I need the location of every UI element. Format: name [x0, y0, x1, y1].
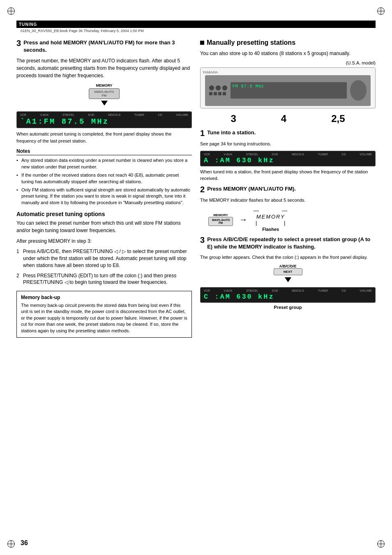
marker-4: 4: [281, 113, 286, 124]
step1-body: See page 34 for tuning instructions.: [200, 140, 376, 147]
main-content: 3 Press and hold MEMORY (MAN'L/AUTO FM) …: [16, 39, 376, 534]
mem-btn-container: MEMORY MAN'L/AUTO FM: [208, 213, 233, 226]
flash-arrow: →: [239, 215, 247, 224]
s3-tuner: TUNER: [318, 289, 328, 292]
s1-vol: VOLUME: [360, 153, 372, 156]
auto-preset-sub-body: After pressing MEMORY in step 3:: [16, 237, 192, 245]
btn4: [223, 92, 226, 95]
button-row: [209, 92, 227, 95]
header-label: TUNING: [19, 22, 37, 27]
preset-group-label: Preset group: [200, 305, 376, 310]
receiver-display-area: FM 87.5 MHz: [231, 82, 347, 99]
btn1: [209, 92, 212, 95]
step3-right-number: 3: [200, 236, 205, 251]
memory-backup-box: Memory back-up The memory back-up circui…: [16, 291, 192, 338]
memory-flashes-diagram: MEMORY MAN'L/AUTO FM → — — MEMORY | | Fl…: [208, 207, 367, 232]
manual-preset-header: Manually presetting stations: [200, 39, 376, 46]
manual-preset-intro: You can also store up to 40 stations (8 …: [200, 50, 376, 57]
number-markers: 3 4 2,5: [200, 112, 376, 126]
knob1: [209, 85, 214, 90]
s1-tuner: TUNER: [318, 153, 328, 156]
memory-word: MEMORY: [254, 214, 288, 220]
right-column: Manually presetting stations You can als…: [200, 39, 376, 338]
step2-body: The MEMORY indicator flashes for about 5…: [200, 197, 376, 204]
notes-title: Notes: [16, 148, 192, 155]
receiver-image: YAMAHA: [200, 67, 376, 108]
memory-backup-text: The memory back-up circuit prevents the …: [21, 302, 187, 334]
note-1: Any stored station data existing under a…: [16, 157, 192, 170]
panel-label-vcr: VCR: [20, 113, 26, 116]
mem-btn-sublabel: MAN'L/AUTO FM: [212, 219, 229, 224]
s1-vaux: V-AUX: [224, 153, 232, 156]
abcde-label: A/B/C/D/E: [279, 264, 296, 268]
step1-title: Tune into a station.: [207, 129, 256, 137]
step3-body: The preset number, the MEMORY and AUTO i…: [16, 57, 192, 79]
step3-number: 3: [16, 39, 21, 54]
step3-right-title: Press A/B/C/D/E repeatedly to select a p…: [207, 236, 376, 251]
receiver-center-display: FM 87.5 MHz: [231, 82, 347, 91]
s3-dvd: DVD: [272, 289, 278, 292]
step3-right-display: VCR V-AUX STB/CEL DVD MD/CD-S TUNER CD V…: [200, 287, 376, 303]
file-info: 01EN_00_RXV550_EB.book Page 36 Thursday,…: [21, 29, 144, 33]
step3-display-text: `A1:FM 87.5 MHz: [20, 117, 188, 126]
step3-header: 3 Press and hold MEMORY (MAN'L/AUTO FM) …: [16, 39, 192, 54]
step1-number: 1: [200, 129, 205, 137]
receiver-left-controls: [209, 85, 227, 95]
step3-right-header: 3 Press A/B/C/D/E repeatedly to select a…: [200, 236, 376, 251]
panel-label-cd: CD: [158, 113, 162, 116]
auto-preset-steps: 1 Press A/B/C/D/E, then PRESET/TUNING ◁ …: [16, 248, 192, 286]
corner-crosshair-bl: [7, 540, 15, 548]
note-2: If the number of the received stations d…: [16, 172, 192, 185]
abcde-btn: NEXT: [274, 268, 302, 275]
knob2: [216, 85, 221, 90]
notes-section: Notes Any stored station data existing u…: [16, 148, 192, 206]
s1-stbcel: STB/CEL: [246, 153, 258, 156]
black-square-icon: [200, 41, 204, 45]
s3-vaux: V-AUX: [224, 289, 232, 292]
corner-crosshair-tl: [7, 7, 15, 15]
auto-preset-step1: 1 Press A/B/C/D/E, then PRESET/TUNING ◁ …: [16, 248, 192, 269]
auto-preset-title: Automatic preset tuning options: [16, 211, 192, 217]
btn2: [214, 92, 217, 95]
abcde-diagram: A/B/C/D/E NEXT: [200, 264, 376, 284]
memory-diagram: MEMORY MAN'L/AUTO FM: [16, 83, 192, 107]
panel-label-vaux: V-AUX: [40, 113, 48, 116]
manual-preset-title: Manually presetting stations: [207, 39, 295, 46]
knob3: [222, 85, 227, 90]
memory-flash-text: — — MEMORY | | Flashes: [254, 207, 288, 232]
page-number: 36: [21, 539, 28, 547]
panel-label-stbcel: STB/CEL: [62, 113, 74, 116]
marker-3: 3: [231, 113, 236, 124]
step3-display: VCR V-AUX STB/CEL DVD MD/CD-S TUNER CD V…: [16, 111, 192, 128]
header-bar: TUNING: [16, 21, 376, 28]
knob-row-top: [209, 85, 227, 90]
panel-label-dvd: DVD: [88, 113, 95, 116]
mem-btn-label: MEMORY: [213, 213, 228, 217]
panel-label-tuner: TUNER: [134, 113, 144, 116]
step3-after-text: When automatic preset tuning is complete…: [16, 131, 192, 144]
memory-label-top: MEMORY: [96, 83, 112, 88]
auto-preset-body: You can select the preset number from wh…: [16, 219, 192, 234]
corner-crosshair-tr: [377, 7, 385, 15]
s3-vcr: VCR: [204, 289, 210, 292]
step2-number: 2: [200, 185, 205, 193]
step2-title: Press MEMORY (MAN'L/AUTO FM).: [207, 185, 296, 193]
notes-list: Any stored station data existing under a…: [16, 157, 192, 206]
abcde-arrow: [285, 277, 291, 282]
flashes-label: Flashes: [254, 227, 288, 232]
corner-crosshair-br: [377, 540, 385, 548]
auto-preset-step2: 2 Press PRESET/TUNING (EDIT) to turn off…: [16, 272, 192, 286]
note-3: Only FM stations with sufficient signal …: [16, 187, 192, 206]
memory-btn-sub: MAN'L/AUTO FM: [94, 90, 114, 97]
step2-header: 2 Press MEMORY (MAN'L/AUTO FM).: [200, 185, 376, 193]
volume-knob: [350, 80, 367, 101]
left-column: 3 Press and hold MEMORY (MAN'L/AUTO FM) …: [16, 39, 192, 338]
btn3: [218, 92, 221, 95]
mem-btn-box: MAN'L/AUTO FM: [208, 217, 233, 226]
s3-mdcd: MD/CD-S: [292, 289, 304, 292]
yamaha-logo: YAMAHA: [201, 70, 218, 74]
step3-right-body: The group letter appears. Check that the…: [200, 254, 376, 261]
step1-display-text: A :AM 630 kHz: [204, 157, 372, 164]
step1-header: 1 Tune into a station.: [200, 129, 376, 137]
panel-label-vol: VOLUME: [176, 113, 188, 116]
